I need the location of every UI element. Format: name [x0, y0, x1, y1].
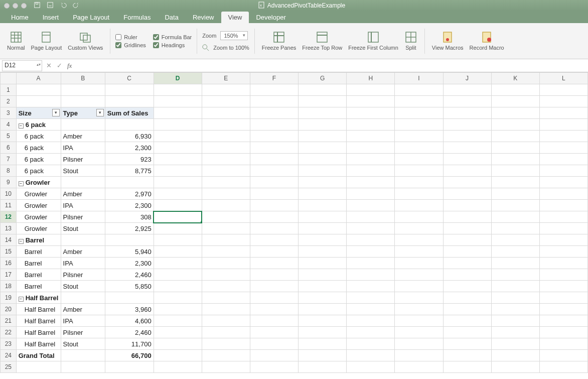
- cell-K24[interactable]: [491, 350, 539, 361]
- cell-D22[interactable]: [154, 327, 202, 338]
- row-header-2[interactable]: 2: [1, 96, 17, 107]
- col-header-I[interactable]: I: [395, 73, 443, 84]
- cell-F9[interactable]: [250, 177, 298, 188]
- cell-D10[interactable]: [154, 188, 202, 200]
- cell-G14[interactable]: [299, 234, 347, 246]
- grand-total-label[interactable]: Grand Total: [16, 350, 61, 361]
- cell-D21[interactable]: [154, 315, 202, 327]
- freeze-panes-button[interactable]: Freeze Panes: [260, 30, 298, 52]
- cell-B2[interactable]: [61, 96, 105, 107]
- cell-E11[interactable]: [202, 200, 250, 211]
- pivot-row-size[interactable]: Barrel: [16, 281, 61, 292]
- cell-I25[interactable]: [395, 361, 443, 373]
- cell-G18[interactable]: [299, 281, 347, 292]
- cell-E16[interactable]: [202, 258, 250, 269]
- close-window-button[interactable]: [4, 3, 10, 9]
- cell-J24[interactable]: [443, 350, 491, 361]
- cell-H8[interactable]: [347, 165, 395, 177]
- cell-D4[interactable]: [154, 119, 202, 131]
- cell-K18[interactable]: [491, 281, 539, 292]
- cell-B4[interactable]: [61, 119, 105, 131]
- cell-I7[interactable]: [395, 154, 443, 165]
- cell-H25[interactable]: [347, 361, 395, 373]
- pivot-row-value[interactable]: 2,460: [105, 269, 154, 281]
- cell-F6[interactable]: [250, 142, 298, 154]
- cell-C1[interactable]: [105, 84, 154, 96]
- cell-G24[interactable]: [299, 350, 347, 361]
- split-button[interactable]: Split: [402, 30, 419, 52]
- pivot-row-size[interactable]: 6 pack: [16, 131, 61, 142]
- pivot-row-type[interactable]: IPA: [61, 315, 105, 327]
- custom-views-button[interactable]: Custom Views: [66, 30, 105, 52]
- col-header-D[interactable]: D: [154, 73, 202, 84]
- cell-K6[interactable]: [491, 142, 539, 154]
- cell-I8[interactable]: [395, 165, 443, 177]
- pivot-row-size[interactable]: 6 pack: [16, 165, 61, 177]
- cell-A1[interactable]: [16, 84, 61, 96]
- pivot-row-value[interactable]: 3,960: [105, 304, 154, 315]
- cell-D12[interactable]: [154, 211, 202, 223]
- tab-data[interactable]: Data: [158, 12, 185, 23]
- cell-H4[interactable]: [347, 119, 395, 131]
- save-as-icon[interactable]: [47, 2, 54, 10]
- cell-J1[interactable]: [443, 84, 491, 96]
- cell-J3[interactable]: [443, 107, 491, 119]
- cell-L5[interactable]: [539, 131, 587, 142]
- row-header-10[interactable]: 10: [1, 188, 17, 200]
- zoom-select[interactable]: 150%: [220, 31, 247, 40]
- cell-E21[interactable]: [202, 315, 250, 327]
- col-header-K[interactable]: K: [491, 73, 539, 84]
- pivot-row-type[interactable]: Amber: [61, 304, 105, 315]
- cell-J7[interactable]: [443, 154, 491, 165]
- cell-F19[interactable]: [250, 292, 298, 304]
- cell-K14[interactable]: [491, 234, 539, 246]
- cell-K20[interactable]: [491, 304, 539, 315]
- row-header-3[interactable]: 3: [1, 107, 17, 119]
- cell-F21[interactable]: [250, 315, 298, 327]
- pivot-row-size[interactable]: Half Barrel: [16, 327, 61, 338]
- cell-F15[interactable]: [250, 246, 298, 258]
- headings-checkbox[interactable]: Headings: [153, 42, 192, 48]
- cell-G22[interactable]: [299, 327, 347, 338]
- pivot-row-size[interactable]: Growler: [16, 211, 61, 223]
- cell-J15[interactable]: [443, 246, 491, 258]
- cell-K9[interactable]: [491, 177, 539, 188]
- pivot-row-size[interactable]: Growler: [16, 200, 61, 211]
- cell-I21[interactable]: [395, 315, 443, 327]
- cell-D16[interactable]: [154, 258, 202, 269]
- row-header-20[interactable]: 20: [1, 304, 17, 315]
- pivot-row-size[interactable]: Barrel: [16, 269, 61, 281]
- cell-D6[interactable]: [154, 142, 202, 154]
- cell-H9[interactable]: [347, 177, 395, 188]
- pivot-row-type[interactable]: Pilsner: [61, 269, 105, 281]
- row-header-13[interactable]: 13: [1, 223, 17, 234]
- cell-L8[interactable]: [539, 165, 587, 177]
- cell-J11[interactable]: [443, 200, 491, 211]
- pivot-group[interactable]: −6 pack: [16, 119, 61, 131]
- pivot-row-value[interactable]: 4,600: [105, 315, 154, 327]
- cell-J25[interactable]: [443, 361, 491, 373]
- cell-H23[interactable]: [347, 338, 395, 350]
- save-icon[interactable]: [34, 2, 41, 10]
- cell-L3[interactable]: [539, 107, 587, 119]
- pivot-row-value[interactable]: 5,850: [105, 281, 154, 292]
- cell-I6[interactable]: [395, 142, 443, 154]
- cell-L11[interactable]: [539, 200, 587, 211]
- pivot-row-size[interactable]: Half Barrel: [16, 315, 61, 327]
- cell-J16[interactable]: [443, 258, 491, 269]
- cell-I2[interactable]: [395, 96, 443, 107]
- cell-D24[interactable]: [154, 350, 202, 361]
- cell-F20[interactable]: [250, 304, 298, 315]
- cell-D3[interactable]: [154, 107, 202, 119]
- pivot-row-type[interactable]: Pilsner: [61, 211, 105, 223]
- pivot-row-size[interactable]: Barrel: [16, 246, 61, 258]
- tab-home[interactable]: Home: [4, 12, 36, 23]
- cell-I22[interactable]: [395, 327, 443, 338]
- cell-J22[interactable]: [443, 327, 491, 338]
- cell-F10[interactable]: [250, 188, 298, 200]
- cell-F4[interactable]: [250, 119, 298, 131]
- row-header-23[interactable]: 23: [1, 338, 17, 350]
- cell-J8[interactable]: [443, 165, 491, 177]
- cell-H15[interactable]: [347, 246, 395, 258]
- cell-K1[interactable]: [491, 84, 539, 96]
